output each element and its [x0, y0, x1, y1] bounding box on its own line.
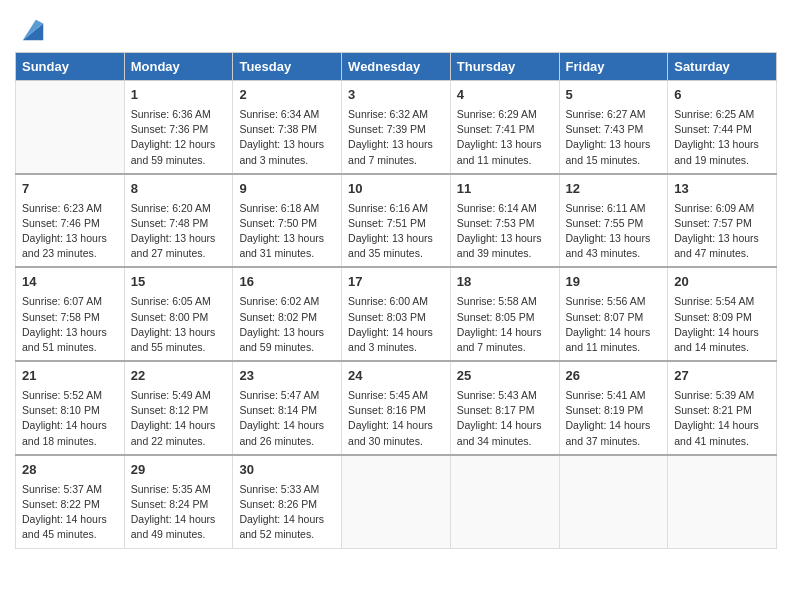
calendar-cell: [559, 455, 668, 548]
header-saturday: Saturday: [668, 53, 777, 81]
calendar-cell: 20Sunrise: 5:54 AMSunset: 8:09 PMDayligh…: [668, 267, 777, 361]
day-info: Sunrise: 6:20 AMSunset: 7:48 PMDaylight:…: [131, 201, 227, 262]
calendar-week-row: 1Sunrise: 6:36 AMSunset: 7:36 PMDaylight…: [16, 81, 777, 174]
day-number: 17: [348, 273, 444, 292]
calendar-cell: 28Sunrise: 5:37 AMSunset: 8:22 PMDayligh…: [16, 455, 125, 548]
day-number: 21: [22, 367, 118, 386]
day-info: Sunrise: 5:39 AMSunset: 8:21 PMDaylight:…: [674, 388, 770, 449]
day-info: Sunrise: 6:00 AMSunset: 8:03 PMDaylight:…: [348, 294, 444, 355]
day-info: Sunrise: 5:54 AMSunset: 8:09 PMDaylight:…: [674, 294, 770, 355]
calendar-cell: 29Sunrise: 5:35 AMSunset: 8:24 PMDayligh…: [124, 455, 233, 548]
day-info: Sunrise: 5:35 AMSunset: 8:24 PMDaylight:…: [131, 482, 227, 543]
day-number: 16: [239, 273, 335, 292]
day-number: 3: [348, 86, 444, 105]
calendar-cell: 8Sunrise: 6:20 AMSunset: 7:48 PMDaylight…: [124, 174, 233, 268]
calendar-table: SundayMondayTuesdayWednesdayThursdayFrid…: [15, 52, 777, 549]
logo: [15, 16, 47, 44]
day-info: Sunrise: 6:05 AMSunset: 8:00 PMDaylight:…: [131, 294, 227, 355]
calendar-cell: 6Sunrise: 6:25 AMSunset: 7:44 PMDaylight…: [668, 81, 777, 174]
day-info: Sunrise: 6:14 AMSunset: 7:53 PMDaylight:…: [457, 201, 553, 262]
header-sunday: Sunday: [16, 53, 125, 81]
day-number: 1: [131, 86, 227, 105]
day-number: 12: [566, 180, 662, 199]
day-number: 15: [131, 273, 227, 292]
day-info: Sunrise: 5:41 AMSunset: 8:19 PMDaylight:…: [566, 388, 662, 449]
calendar-cell: 1Sunrise: 6:36 AMSunset: 7:36 PMDaylight…: [124, 81, 233, 174]
day-info: Sunrise: 5:47 AMSunset: 8:14 PMDaylight:…: [239, 388, 335, 449]
calendar-cell: 2Sunrise: 6:34 AMSunset: 7:38 PMDaylight…: [233, 81, 342, 174]
day-number: 28: [22, 461, 118, 480]
day-number: 30: [239, 461, 335, 480]
day-info: Sunrise: 6:02 AMSunset: 8:02 PMDaylight:…: [239, 294, 335, 355]
calendar-cell: 21Sunrise: 5:52 AMSunset: 8:10 PMDayligh…: [16, 361, 125, 455]
calendar-week-row: 28Sunrise: 5:37 AMSunset: 8:22 PMDayligh…: [16, 455, 777, 548]
page-header: [15, 10, 777, 44]
calendar-week-row: 14Sunrise: 6:07 AMSunset: 7:58 PMDayligh…: [16, 267, 777, 361]
day-info: Sunrise: 5:43 AMSunset: 8:17 PMDaylight:…: [457, 388, 553, 449]
day-number: 13: [674, 180, 770, 199]
calendar-cell: [450, 455, 559, 548]
day-info: Sunrise: 6:09 AMSunset: 7:57 PMDaylight:…: [674, 201, 770, 262]
calendar-cell: 15Sunrise: 6:05 AMSunset: 8:00 PMDayligh…: [124, 267, 233, 361]
calendar-cell: 17Sunrise: 6:00 AMSunset: 8:03 PMDayligh…: [342, 267, 451, 361]
day-number: 24: [348, 367, 444, 386]
day-number: 22: [131, 367, 227, 386]
calendar-cell: 4Sunrise: 6:29 AMSunset: 7:41 PMDaylight…: [450, 81, 559, 174]
day-number: 23: [239, 367, 335, 386]
day-number: 10: [348, 180, 444, 199]
day-info: Sunrise: 6:36 AMSunset: 7:36 PMDaylight:…: [131, 107, 227, 168]
calendar-cell: 23Sunrise: 5:47 AMSunset: 8:14 PMDayligh…: [233, 361, 342, 455]
calendar-cell: 25Sunrise: 5:43 AMSunset: 8:17 PMDayligh…: [450, 361, 559, 455]
day-info: Sunrise: 5:52 AMSunset: 8:10 PMDaylight:…: [22, 388, 118, 449]
day-info: Sunrise: 6:16 AMSunset: 7:51 PMDaylight:…: [348, 201, 444, 262]
day-number: 25: [457, 367, 553, 386]
calendar-cell: [16, 81, 125, 174]
day-number: 2: [239, 86, 335, 105]
header-tuesday: Tuesday: [233, 53, 342, 81]
day-info: Sunrise: 5:56 AMSunset: 8:07 PMDaylight:…: [566, 294, 662, 355]
day-number: 26: [566, 367, 662, 386]
day-info: Sunrise: 6:29 AMSunset: 7:41 PMDaylight:…: [457, 107, 553, 168]
calendar-cell: 16Sunrise: 6:02 AMSunset: 8:02 PMDayligh…: [233, 267, 342, 361]
calendar-week-row: 21Sunrise: 5:52 AMSunset: 8:10 PMDayligh…: [16, 361, 777, 455]
day-info: Sunrise: 6:32 AMSunset: 7:39 PMDaylight:…: [348, 107, 444, 168]
calendar-cell: 19Sunrise: 5:56 AMSunset: 8:07 PMDayligh…: [559, 267, 668, 361]
day-number: 11: [457, 180, 553, 199]
calendar-cell: 27Sunrise: 5:39 AMSunset: 8:21 PMDayligh…: [668, 361, 777, 455]
calendar-cell: 12Sunrise: 6:11 AMSunset: 7:55 PMDayligh…: [559, 174, 668, 268]
calendar-cell: 11Sunrise: 6:14 AMSunset: 7:53 PMDayligh…: [450, 174, 559, 268]
day-number: 27: [674, 367, 770, 386]
logo-icon: [19, 16, 47, 44]
day-number: 5: [566, 86, 662, 105]
header-friday: Friday: [559, 53, 668, 81]
day-info: Sunrise: 6:34 AMSunset: 7:38 PMDaylight:…: [239, 107, 335, 168]
header-wednesday: Wednesday: [342, 53, 451, 81]
calendar-cell: 9Sunrise: 6:18 AMSunset: 7:50 PMDaylight…: [233, 174, 342, 268]
day-number: 14: [22, 273, 118, 292]
header-monday: Monday: [124, 53, 233, 81]
day-number: 18: [457, 273, 553, 292]
calendar-cell: [668, 455, 777, 548]
day-info: Sunrise: 5:45 AMSunset: 8:16 PMDaylight:…: [348, 388, 444, 449]
calendar-cell: 30Sunrise: 5:33 AMSunset: 8:26 PMDayligh…: [233, 455, 342, 548]
calendar-header-row: SundayMondayTuesdayWednesdayThursdayFrid…: [16, 53, 777, 81]
calendar-cell: 13Sunrise: 6:09 AMSunset: 7:57 PMDayligh…: [668, 174, 777, 268]
calendar-cell: [342, 455, 451, 548]
day-info: Sunrise: 6:11 AMSunset: 7:55 PMDaylight:…: [566, 201, 662, 262]
calendar-cell: 18Sunrise: 5:58 AMSunset: 8:05 PMDayligh…: [450, 267, 559, 361]
day-info: Sunrise: 5:33 AMSunset: 8:26 PMDaylight:…: [239, 482, 335, 543]
header-thursday: Thursday: [450, 53, 559, 81]
day-info: Sunrise: 5:37 AMSunset: 8:22 PMDaylight:…: [22, 482, 118, 543]
calendar-cell: 24Sunrise: 5:45 AMSunset: 8:16 PMDayligh…: [342, 361, 451, 455]
day-info: Sunrise: 6:23 AMSunset: 7:46 PMDaylight:…: [22, 201, 118, 262]
calendar-cell: 3Sunrise: 6:32 AMSunset: 7:39 PMDaylight…: [342, 81, 451, 174]
day-number: 7: [22, 180, 118, 199]
calendar-cell: 14Sunrise: 6:07 AMSunset: 7:58 PMDayligh…: [16, 267, 125, 361]
calendar-cell: 22Sunrise: 5:49 AMSunset: 8:12 PMDayligh…: [124, 361, 233, 455]
day-number: 20: [674, 273, 770, 292]
calendar-cell: 10Sunrise: 6:16 AMSunset: 7:51 PMDayligh…: [342, 174, 451, 268]
day-number: 8: [131, 180, 227, 199]
day-info: Sunrise: 6:07 AMSunset: 7:58 PMDaylight:…: [22, 294, 118, 355]
day-info: Sunrise: 6:27 AMSunset: 7:43 PMDaylight:…: [566, 107, 662, 168]
day-number: 4: [457, 86, 553, 105]
